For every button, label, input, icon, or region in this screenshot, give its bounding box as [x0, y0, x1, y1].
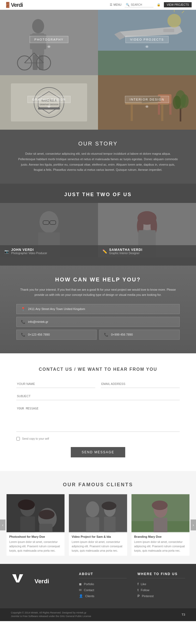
- search-input[interactable]: [131, 3, 152, 6]
- footer-social-col: WHERE TO FIND US f Like t Follow P Pinte…: [137, 572, 185, 600]
- graphic-design-cell[interactable]: MAKE ME A GRAPHIC DESIGN GRAPHIC DESIGN …: [0, 75, 98, 130]
- client-photo-2: [69, 494, 127, 532]
- name-field: [16, 380, 95, 388]
- email-icon: 📞: [21, 320, 25, 324]
- video-projects-cell[interactable]: VIDEO PROJECTS 👁: [98, 10, 196, 75]
- footer-logo-text: Verdi: [35, 578, 49, 584]
- photography-overlay: PHOTOGRAPHY 👁: [0, 10, 98, 75]
- phone2-icon: 📞: [104, 333, 108, 337]
- footer-clients-link[interactable]: 👤 Clients: [79, 594, 127, 598]
- contact-section: CONTACT US / WE WANT TO HEAR FROM YOU Se…: [0, 353, 196, 471]
- footer-logo: Verdi: [11, 572, 68, 585]
- our-story-title: OUR STORY: [16, 141, 180, 147]
- team-title: JUST THE TWO OF US: [0, 192, 196, 198]
- view-projects-button[interactable]: VIEW PROJECTS: [164, 2, 192, 7]
- footer-contact-link[interactable]: ✉ Contact: [79, 588, 127, 592]
- client-card-title-3: Branding Mary Doe: [134, 535, 187, 538]
- footer-copyright: Copyright © 2014 Mintek. All Rights Rese…: [11, 611, 91, 618]
- subject-field-row: [16, 392, 180, 400]
- email-field: [101, 380, 180, 388]
- team-member-samantha: ✏️ SAMANTHA VERDI Graphic Interior Desig…: [98, 203, 196, 257]
- hero-section: PHOTOGRAPHY 👁 VIDEO PROJECTS 👁: [0, 10, 196, 130]
- our-story-text: Dolor sit amet, consectetur adipiscing e…: [16, 151, 180, 173]
- video-projects-label[interactable]: VIDEO PROJECTS: [125, 36, 169, 43]
- graphic-design-overlay: GRAPHIC DESIGN 👁: [0, 75, 98, 130]
- client-card-title-1: Photoshoot for Mary Doe: [9, 535, 62, 538]
- message-textarea[interactable]: [16, 405, 180, 432]
- client-card-text-3: Lorem ipsum dolor sit amet, consectetur …: [134, 540, 187, 553]
- search-icon: 🔍: [126, 3, 130, 7]
- search-box[interactable]: 🔍: [125, 2, 154, 7]
- svg-rect-69: [154, 518, 167, 532]
- pencil-icon: ✏️: [102, 249, 107, 254]
- svg-point-68: [152, 500, 167, 510]
- lock-icon: 🔒: [157, 3, 161, 7]
- team-section: JUST THE TWO OF US 📷 JOHN VERDI Photogra…: [0, 184, 196, 266]
- footer-portfolio-link[interactable]: ◼ Porfolio: [79, 582, 127, 586]
- client-card-text-2: Lorem ipsum dolor sit amet, consectetur …: [72, 540, 124, 553]
- eye-icon-2: 👁: [145, 45, 149, 49]
- site-header: 🚪Verdi ☰ MENU 🔍 🔒 VIEW PROJECTS: [0, 0, 196, 10]
- client-card-body-3: Branding Mary Doe Lorem ipsum dolor sit …: [131, 532, 189, 556]
- client-card-1: Photoshoot for Mary Doe Lorem ipsum dolo…: [7, 494, 65, 556]
- copy-checkbox[interactable]: [16, 437, 20, 441]
- help-address-box: 📍 2411 Any Street Any Town United Kingdo…: [16, 304, 180, 314]
- clients-icon: 👤: [79, 594, 83, 598]
- samantha-info: ✏️ SAMANTHA VERDI Graphic Interior Desig…: [98, 245, 196, 257]
- name-input[interactable]: [16, 380, 95, 388]
- svg-point-57: [39, 510, 54, 519]
- samantha-role: Graphic Interior Designer: [109, 252, 142, 255]
- svg-marker-70: [12, 574, 23, 582]
- copy-checkbox-row: Send copy to your self: [16, 437, 180, 441]
- john-role: Photographer Video Producer: [11, 252, 47, 255]
- help-email-box: 📞 info@mintek.gr: [16, 317, 180, 327]
- camera-icon: 📷: [4, 249, 9, 254]
- phone1-icon: 📞: [21, 333, 25, 337]
- graphic-design-label[interactable]: GRAPHIC DESIGN: [27, 96, 70, 103]
- svg-point-63: [102, 502, 117, 510]
- svg-rect-64: [104, 517, 116, 532]
- eye-icon-3: 👁: [47, 105, 51, 109]
- send-message-button[interactable]: SEND MESSAGE: [71, 447, 125, 457]
- subject-input[interactable]: [16, 392, 180, 400]
- help-title: HOW CAN WE HELP YOU?: [16, 277, 180, 283]
- help-phone-row: 📞 0+123 456 7890 📞 0+999 456 7890: [16, 330, 180, 342]
- interior-design-label[interactable]: INTERIOR DESIGN: [125, 96, 169, 103]
- footer-bottom: Copyright © 2014 Mintek. All Rights Rese…: [0, 608, 196, 621]
- photography-label[interactable]: PHOTOGRAPHY: [30, 36, 68, 43]
- svg-rect-52: [7, 495, 65, 532]
- carousel-right-arrow[interactable]: ›: [191, 520, 196, 530]
- footer-follow-link[interactable]: t Follow: [137, 588, 185, 592]
- client-photo-3: [131, 494, 189, 532]
- john-name: JOHN VERDI: [11, 248, 47, 252]
- header-navigation: ☰ MENU 🔍 🔒 VIEW PROJECTS: [110, 2, 192, 7]
- svg-rect-55: [20, 516, 35, 532]
- pinterest-icon: P: [137, 594, 140, 598]
- footer-like-link[interactable]: f Like: [137, 582, 185, 586]
- help-section: HOW CAN WE HELP YOU? Thank you for your …: [0, 266, 196, 353]
- client-card-body-1: Photoshoot for Mary Doe Lorem ipsum dolo…: [7, 532, 65, 556]
- client-card-text-1: Lorem ipsum dolor sit amet, consectetur …: [9, 540, 62, 553]
- site-logo[interactable]: 🚪Verdi: [4, 2, 23, 8]
- photography-cell[interactable]: PHOTOGRAPHY 👁: [0, 10, 98, 75]
- copy-label: Send copy to your self: [22, 437, 49, 440]
- interior-design-cell[interactable]: INTERIOR DESIGN 👁: [98, 75, 196, 130]
- help-desc: Thank you for your interest. If you feel…: [16, 287, 180, 297]
- menu-button[interactable]: ☰ MENU: [110, 3, 121, 7]
- client-card-body-2: Video Project for Sam & Ida Lorem ipsum …: [69, 532, 127, 556]
- email-input[interactable]: [101, 380, 180, 388]
- message-field-row: [16, 405, 180, 433]
- samantha-name: SAMANTHA VERDI: [109, 248, 142, 252]
- portfolio-icon: ◼: [79, 582, 82, 586]
- team-grid: 📷 JOHN VERDI Photographer Video Producer…: [0, 203, 196, 257]
- login-button[interactable]: 🔒: [157, 3, 161, 7]
- footer-pinterest-link[interactable]: P Pinterest: [137, 594, 185, 598]
- our-story-section: OUR STORY Dolor sit amet, consectetur ad…: [0, 130, 196, 184]
- svg-point-60: [86, 501, 99, 517]
- svg-point-54: [18, 499, 35, 510]
- clients-grid: Photoshoot for Mary Doe Lorem ipsum dolo…: [7, 494, 189, 556]
- footer-about-title: ABOUT: [79, 572, 127, 578]
- contact-name-email-row: [16, 380, 180, 388]
- team-member-john: 📷 JOHN VERDI Photographer Video Producer: [0, 203, 98, 257]
- carousel-left-arrow[interactable]: ‹: [0, 520, 5, 530]
